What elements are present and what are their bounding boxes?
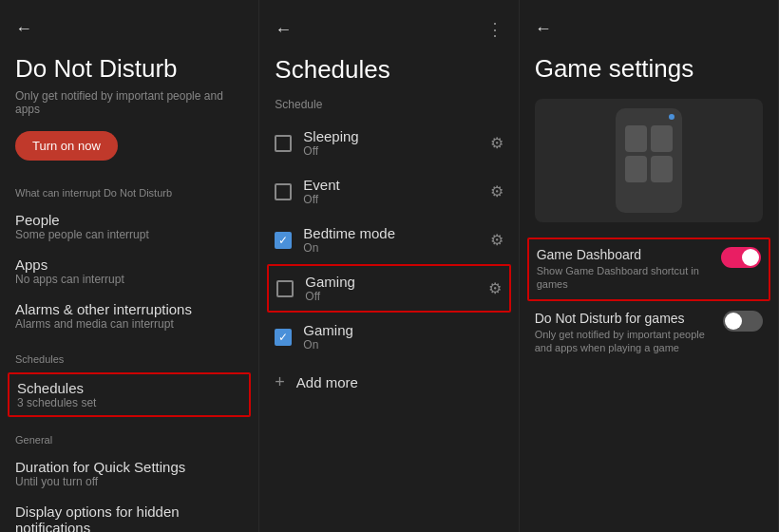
phone-mockup [616, 108, 682, 213]
game-dashboard-text: Game Dashboard Show Game Dashboard short… [537, 247, 710, 292]
schedules-header: ← ⋮ [275, 19, 503, 55]
notification-dot [669, 114, 674, 120]
dnd-games-name: Do Not Disturb for games [535, 311, 712, 326]
phone-preview [535, 99, 763, 222]
schedules-title: Schedules [275, 55, 503, 85]
gaming-on-info: Gaming On [303, 322, 503, 352]
phone-grid [625, 125, 673, 182]
alarms-item[interactable]: Alarms & other interruptions Alarms and … [15, 294, 243, 338]
event-schedule-row[interactable]: Event Off ⚙ [275, 167, 503, 216]
event-info: Event Off [303, 177, 478, 206]
dnd-games-desc: Only get notified by important people an… [535, 328, 712, 355]
dnd-title: Do Not Disturb [15, 54, 243, 84]
sleeping-gear-icon[interactable]: ⚙ [490, 134, 504, 152]
game-dashboard-name: Game Dashboard [537, 247, 710, 262]
dnd-games-row-inner: Do Not Disturb for games Only get notifi… [535, 311, 763, 355]
duration-item[interactable]: Duration for Quick Settings Until you tu… [15, 451, 243, 496]
general-section-label: General [15, 434, 243, 446]
sleeping-checkbox[interactable] [275, 135, 292, 152]
dnd-games-setting[interactable]: Do Not Disturb for games Only get notifi… [535, 301, 763, 365]
bedtime-schedule-row[interactable]: Bedtime mode On ⚙ [275, 216, 503, 264]
game-dashboard-toggle[interactable] [721, 247, 761, 268]
sleeping-info: Sleeping Off [303, 128, 478, 158]
bedtime-info: Bedtime mode On [303, 225, 478, 255]
more-options-button[interactable]: ⋮ [486, 19, 504, 40]
game-dashboard-desc: Show Game Dashboard shortcut in games [537, 264, 710, 292]
gaming-off-checkbox[interactable] [276, 280, 294, 297]
add-more-row[interactable]: + Add more [275, 361, 503, 404]
schedules-section-label: Schedules [15, 353, 243, 365]
add-more-label: Add more [296, 374, 358, 390]
gaming-off-info: Gaming Off [305, 274, 476, 303]
back-arrow-3[interactable]: ← [535, 19, 763, 39]
back-arrow-2[interactable]: ← [275, 20, 292, 40]
schedules-item[interactable]: Schedules 3 schedules set [8, 372, 251, 417]
back-arrow-1[interactable]: ← [15, 19, 243, 39]
gaming-off-schedule-row[interactable]: Gaming Off ⚙ [267, 264, 510, 313]
event-gear-icon[interactable]: ⚙ [490, 182, 504, 200]
gaming-on-schedule-row[interactable]: Gaming On [275, 313, 503, 361]
game-dashboard-row-inner: Game Dashboard Show Game Dashboard short… [537, 247, 761, 292]
game-settings-panel: ← Game settings Game Dashboard Show Game… [520, 0, 779, 532]
do-not-disturb-panel: ← Do Not Disturb Only get notified by im… [0, 0, 259, 532]
grid-cell-2 [651, 125, 673, 152]
people-item[interactable]: People Some people can interrupt [15, 204, 243, 249]
display-item[interactable]: Display options for hidden notifications [15, 496, 243, 532]
game-dashboard-setting[interactable]: Game Dashboard Show Game Dashboard short… [527, 238, 770, 301]
interrupt-section-label: What can interrupt Do Not Disturb [15, 187, 243, 199]
schedule-section-label: Schedule [275, 98, 503, 111]
gaming-off-gear-icon[interactable]: ⚙ [488, 279, 502, 297]
dnd-games-toggle[interactable] [723, 311, 763, 332]
gaming-on-checkbox[interactable] [275, 329, 292, 346]
grid-cell-1 [625, 125, 647, 152]
grid-cell-3 [625, 156, 647, 182]
game-settings-title: Game settings [535, 54, 763, 84]
turn-on-button[interactable]: Turn on now [15, 131, 118, 161]
grid-cell-4 [651, 156, 673, 182]
bedtime-gear-icon[interactable]: ⚙ [490, 231, 504, 249]
dnd-subtitle: Only get notified by important people an… [15, 89, 243, 116]
bedtime-checkbox[interactable] [275, 232, 292, 249]
dnd-games-text: Do Not Disturb for games Only get notifi… [535, 311, 712, 355]
sleeping-schedule-row[interactable]: Sleeping Off ⚙ [275, 119, 503, 167]
event-checkbox[interactable] [275, 183, 292, 200]
apps-item[interactable]: Apps No apps can interrupt [15, 249, 243, 294]
schedules-panel: ← ⋮ Schedules Schedule Sleeping Off ⚙ Ev… [259, 0, 519, 532]
plus-icon: + [275, 372, 285, 392]
